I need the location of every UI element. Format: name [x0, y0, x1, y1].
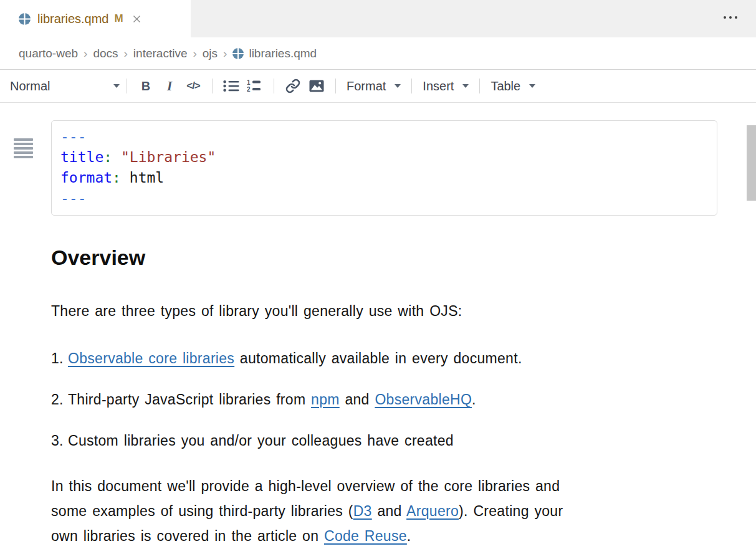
- quarto-logo-icon: [232, 48, 244, 59]
- scrollbar-thumb[interactable]: [747, 125, 756, 201]
- link-button[interactable]: [281, 75, 305, 97]
- text-run: .: [472, 391, 476, 408]
- yaml-token-string: "Libraries": [121, 149, 216, 165]
- text-run: automatically available in every documen…: [234, 350, 522, 366]
- editor-toolbar: Normal B I </> 1 2: [0, 70, 756, 103]
- breadcrumb-file-label: libraries.qmd: [249, 47, 317, 60]
- text-link[interactable]: D3: [353, 503, 372, 519]
- text-run: Third-party JavaScript libraries from: [68, 391, 311, 408]
- list-marker: 3.: [51, 428, 68, 453]
- bullet-list-icon: [223, 80, 239, 92]
- breadcrumb-item-file[interactable]: libraries.qmd: [232, 47, 317, 60]
- more-actions-icon[interactable]: [721, 14, 740, 21]
- breadcrumb: quarto-web › docs › interactive › ojs › …: [0, 37, 756, 70]
- toolbar-divider: [127, 79, 127, 93]
- text-run: .: [407, 528, 411, 544]
- chevron-down-icon: [395, 84, 401, 88]
- text-link[interactable]: ObservableHQ: [375, 391, 472, 408]
- list-item[interactable]: 1. Observable core libraries automatical…: [51, 346, 756, 371]
- insert-menu-label: Insert: [423, 79, 454, 93]
- breadcrumb-item-quarto-web[interactable]: quarto-web: [19, 47, 78, 60]
- yaml-token-plain: [121, 170, 130, 186]
- italic-button[interactable]: I: [158, 75, 181, 97]
- breadcrumb-item-ojs[interactable]: ojs: [203, 47, 218, 60]
- toolbar-divider: [411, 79, 412, 93]
- yaml-token-delim: ---: [60, 128, 87, 145]
- text-run: Custom libraries you and/or your colleag…: [68, 432, 454, 449]
- list-item-text: Observable core libraries automatically …: [68, 346, 522, 371]
- breadcrumb-item-docs[interactable]: docs: [93, 47, 118, 60]
- block-format-dropdown[interactable]: Normal: [10, 79, 120, 93]
- toolbar-divider: [274, 79, 274, 93]
- yaml-token-plain: html: [130, 170, 164, 186]
- yaml-code-line: title: "Libraries": [60, 147, 708, 168]
- block-drag-handle-icon[interactable]: [14, 138, 33, 158]
- list-item-text: Custom libraries you and/or your colleag…: [68, 428, 454, 453]
- yaml-token-plain: [112, 149, 121, 165]
- list-marker: 1.: [51, 346, 68, 371]
- yaml-code-line: ---: [60, 188, 708, 209]
- yaml-code-line: ---: [60, 127, 708, 147]
- toolbar-divider: [335, 79, 336, 93]
- text-link[interactable]: Arquero: [406, 503, 459, 519]
- svg-text:2: 2: [247, 86, 251, 93]
- chevron-down-icon: [529, 84, 535, 88]
- intro-paragraph[interactable]: There are three types of library you'll …: [51, 298, 756, 323]
- breadcrumb-separator: ›: [124, 47, 128, 60]
- list-item[interactable]: 2. Third-party JavaScript libraries from…: [51, 387, 756, 412]
- table-menu[interactable]: Table: [490, 79, 535, 93]
- text-run: and: [340, 391, 375, 408]
- closing-paragraph[interactable]: In this document we'll provide a high-le…: [51, 474, 575, 548]
- tab-libraries-qmd[interactable]: libraries.qmd M: [0, 0, 191, 37]
- image-icon: [309, 80, 324, 92]
- code-button[interactable]: </>: [181, 75, 205, 97]
- chevron-down-icon: [113, 84, 120, 88]
- text-run: and: [372, 503, 406, 519]
- toolbar-divider: [212, 79, 213, 93]
- yaml-token-key: format: [60, 170, 112, 186]
- list-item-text: Third-party JavaScript libraries from np…: [68, 387, 476, 412]
- modified-badge: M: [114, 12, 123, 25]
- list-marker: 2.: [51, 387, 68, 412]
- bullet-list-button[interactable]: [219, 75, 243, 97]
- editor-canvas[interactable]: ---title: "Libraries"format: html--- Ove…: [0, 120, 756, 554]
- yaml-token-key: title: [60, 149, 103, 165]
- format-menu-label: Format: [347, 79, 386, 93]
- insert-menu[interactable]: Insert: [423, 79, 469, 93]
- tab-title: libraries.qmd: [37, 12, 108, 26]
- numbered-list: 1. Observable core libraries automatical…: [51, 346, 756, 453]
- yaml-code-line: format: html: [60, 168, 708, 188]
- format-menu[interactable]: Format: [347, 79, 401, 93]
- yaml-token-colon: :: [112, 170, 121, 186]
- yaml-front-matter-block[interactable]: ---title: "Libraries"format: html---: [51, 120, 717, 216]
- breadcrumb-separator: ›: [223, 47, 227, 60]
- yaml-token-colon: :: [103, 149, 112, 165]
- toolbar-divider: [479, 79, 480, 93]
- quarto-logo-icon: [19, 13, 31, 25]
- numbered-list-button[interactable]: 1 2: [243, 75, 267, 97]
- breadcrumb-separator: ›: [193, 47, 196, 60]
- numbered-list-icon: 1 2: [247, 79, 263, 93]
- text-link[interactable]: npm: [311, 391, 340, 408]
- yaml-token-delim: ---: [60, 190, 87, 206]
- block-format-label: Normal: [10, 79, 50, 93]
- table-menu-label: Table: [490, 79, 520, 93]
- close-icon[interactable]: [130, 12, 144, 26]
- document-heading[interactable]: Overview: [51, 244, 756, 270]
- image-button[interactable]: [305, 75, 328, 97]
- text-link[interactable]: Code Reuse: [324, 528, 407, 544]
- link-icon: [285, 79, 300, 93]
- chevron-down-icon: [462, 84, 469, 88]
- svg-text:1: 1: [247, 79, 251, 86]
- tab-bar: libraries.qmd M: [0, 0, 756, 37]
- text-link[interactable]: Observable core libraries: [68, 350, 234, 366]
- bold-button[interactable]: B: [134, 75, 158, 97]
- breadcrumb-separator: ›: [84, 47, 87, 60]
- list-item[interactable]: 3. Custom libraries you and/or your coll…: [51, 428, 756, 453]
- breadcrumb-item-interactive[interactable]: interactive: [133, 47, 188, 60]
